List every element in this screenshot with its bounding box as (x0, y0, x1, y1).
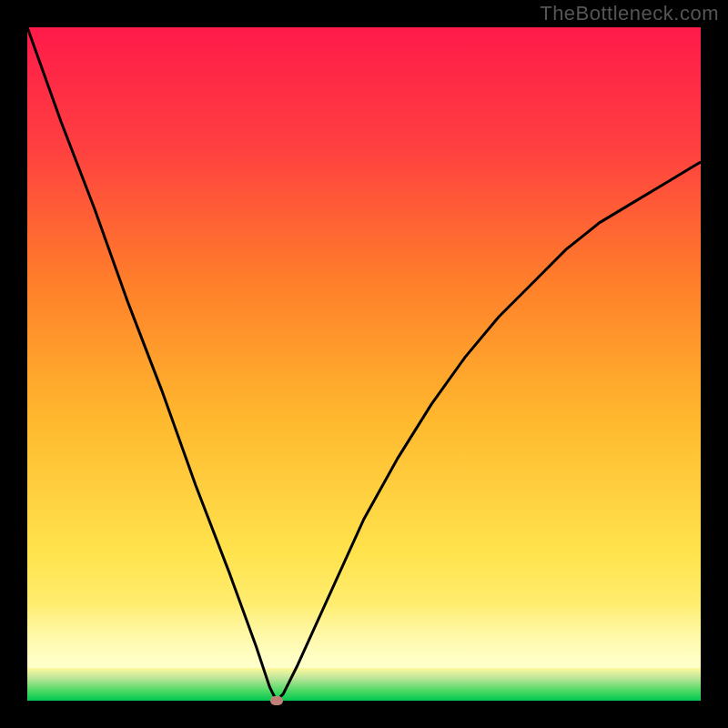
green-bottom-band (27, 668, 701, 701)
pale-yellow-band (27, 604, 701, 668)
chart-plot-area (27, 27, 701, 701)
watermark-text: TheBottleneck.com (540, 2, 719, 25)
background-gradient (27, 27, 701, 701)
minimum-marker (270, 696, 283, 705)
svg-rect-0 (27, 27, 701, 701)
